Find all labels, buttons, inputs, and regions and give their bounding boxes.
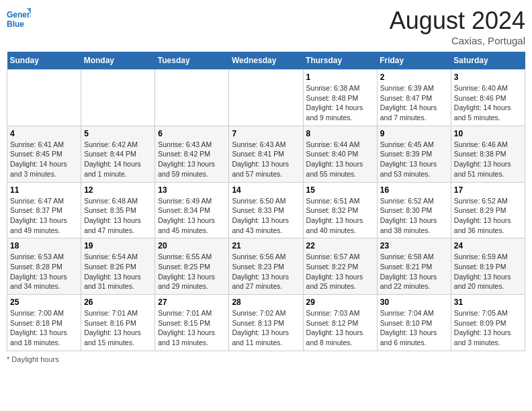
day-info: Sunrise: 7:01 AMSunset: 8:15 PMDaylight:… <box>158 308 226 348</box>
day-number: 9 <box>380 129 448 138</box>
calendar-cell: 26Sunrise: 7:01 AMSunset: 8:16 PMDayligh… <box>81 295 155 351</box>
day-info: Sunrise: 6:55 AMSunset: 8:25 PMDaylight:… <box>158 252 226 291</box>
day-info: Sunrise: 6:44 AMSunset: 8:40 PMDaylight:… <box>306 140 374 179</box>
svg-text:General: General <box>7 10 31 19</box>
calendar-cell: 24Sunrise: 6:59 AMSunset: 8:19 PMDayligh… <box>451 238 525 295</box>
day-number: 14 <box>232 185 300 195</box>
day-info: Sunrise: 6:40 AMSunset: 8:46 PMDaylight:… <box>454 83 522 123</box>
day-number: 1 <box>306 73 374 82</box>
calendar-cell: 12Sunrise: 6:48 AMSunset: 8:35 PMDayligh… <box>81 182 155 238</box>
calendar-cell: 20Sunrise: 6:55 AMSunset: 8:25 PMDayligh… <box>155 238 229 295</box>
calendar-cell: 3Sunrise: 6:40 AMSunset: 8:46 PMDaylight… <box>451 70 525 126</box>
calendar-cell: 15Sunrise: 6:51 AMSunset: 8:32 PMDayligh… <box>303 182 377 238</box>
calendar-cell <box>7 70 81 126</box>
calendar-cell: 30Sunrise: 7:04 AMSunset: 8:10 PMDayligh… <box>377 295 451 351</box>
day-info: Sunrise: 7:00 AMSunset: 8:18 PMDaylight:… <box>10 308 78 348</box>
day-number: 5 <box>84 129 152 138</box>
month-year: August 2024 <box>390 7 525 35</box>
calendar-cell: 25Sunrise: 7:00 AMSunset: 8:18 PMDayligh… <box>7 295 81 351</box>
calendar-cell: 29Sunrise: 7:03 AMSunset: 8:12 PMDayligh… <box>303 295 377 351</box>
day-number: 20 <box>158 241 226 250</box>
calendar-cell: 28Sunrise: 7:02 AMSunset: 8:13 PMDayligh… <box>229 295 303 351</box>
day-number: 22 <box>306 241 374 250</box>
footer-text: Daylight hours <box>11 355 58 363</box>
calendar-cell: 4Sunrise: 6:41 AMSunset: 8:45 PMDaylight… <box>7 126 81 182</box>
day-info: Sunrise: 6:58 AMSunset: 8:21 PMDaylight:… <box>380 252 448 291</box>
day-number: 24 <box>454 241 522 250</box>
day-number: 2 <box>380 73 448 82</box>
calendar-cell <box>229 70 303 126</box>
dow-header-cell: Thursday <box>303 52 377 70</box>
calendar-week-row: 1Sunrise: 6:38 AMSunset: 8:48 PMDaylight… <box>7 70 525 126</box>
day-info: Sunrise: 6:45 AMSunset: 8:39 PMDaylight:… <box>380 140 448 179</box>
day-number: 31 <box>454 298 522 307</box>
day-number: 18 <box>10 241 78 250</box>
dow-header-cell: Friday <box>377 52 451 70</box>
calendar-table: SundayMondayTuesdayWednesdayThursdayFrid… <box>7 52 525 351</box>
day-info: Sunrise: 7:05 AMSunset: 8:09 PMDaylight:… <box>454 308 522 348</box>
day-info: Sunrise: 6:56 AMSunset: 8:23 PMDaylight:… <box>232 252 300 291</box>
logo-icon: General Blue <box>7 7 31 31</box>
day-info: Sunrise: 6:38 AMSunset: 8:48 PMDaylight:… <box>306 83 374 123</box>
calendar-cell: 11Sunrise: 6:47 AMSunset: 8:37 PMDayligh… <box>7 182 81 238</box>
day-info: Sunrise: 6:43 AMSunset: 8:41 PMDaylight:… <box>232 140 300 179</box>
calendar-week-row: 4Sunrise: 6:41 AMSunset: 8:45 PMDaylight… <box>7 126 525 182</box>
day-number: 30 <box>380 298 448 307</box>
calendar-cell: 6Sunrise: 6:43 AMSunset: 8:42 PMDaylight… <box>155 126 229 182</box>
day-number: 29 <box>306 298 374 307</box>
day-number: 21 <box>232 241 300 250</box>
footer-note: * Daylight hours <box>7 355 525 363</box>
calendar-cell: 9Sunrise: 6:45 AMSunset: 8:39 PMDaylight… <box>377 126 451 182</box>
day-info: Sunrise: 7:01 AMSunset: 8:16 PMDaylight:… <box>84 308 152 348</box>
day-info: Sunrise: 6:52 AMSunset: 8:30 PMDaylight:… <box>380 196 448 236</box>
calendar-cell <box>81 70 155 126</box>
day-number: 23 <box>380 241 448 250</box>
calendar-cell: 27Sunrise: 7:01 AMSunset: 8:15 PMDayligh… <box>155 295 229 351</box>
dow-header-cell: Sunday <box>7 52 81 70</box>
days-of-week-row: SundayMondayTuesdayWednesdayThursdayFrid… <box>7 52 525 70</box>
day-number: 12 <box>84 185 152 195</box>
day-info: Sunrise: 6:43 AMSunset: 8:42 PMDaylight:… <box>158 140 226 179</box>
calendar-cell: 8Sunrise: 6:44 AMSunset: 8:40 PMDaylight… <box>303 126 377 182</box>
day-number: 16 <box>380 185 448 195</box>
day-number: 11 <box>10 185 78 195</box>
calendar-cell: 5Sunrise: 6:42 AMSunset: 8:44 PMDaylight… <box>81 126 155 182</box>
calendar-cell <box>155 70 229 126</box>
day-info: Sunrise: 6:39 AMSunset: 8:47 PMDaylight:… <box>380 83 448 123</box>
calendar-week-row: 25Sunrise: 7:00 AMSunset: 8:18 PMDayligh… <box>7 295 525 351</box>
dow-header-cell: Monday <box>81 52 155 70</box>
calendar-week-row: 18Sunrise: 6:53 AMSunset: 8:28 PMDayligh… <box>7 238 525 295</box>
logo: General Blue <box>7 7 31 31</box>
day-info: Sunrise: 6:42 AMSunset: 8:44 PMDaylight:… <box>84 140 152 179</box>
day-number: 8 <box>306 129 374 138</box>
day-info: Sunrise: 6:53 AMSunset: 8:28 PMDaylight:… <box>10 252 78 291</box>
calendar-cell: 21Sunrise: 6:56 AMSunset: 8:23 PMDayligh… <box>229 238 303 295</box>
calendar-cell: 13Sunrise: 6:49 AMSunset: 8:34 PMDayligh… <box>155 182 229 238</box>
location: Caxias, Portugal <box>390 35 525 46</box>
day-number: 4 <box>10 129 78 138</box>
day-info: Sunrise: 6:41 AMSunset: 8:45 PMDaylight:… <box>10 140 78 179</box>
day-number: 27 <box>158 298 226 307</box>
svg-text:Blue: Blue <box>7 19 24 29</box>
dow-header-cell: Wednesday <box>229 52 303 70</box>
title-block: August 2024 Caxias, Portugal <box>390 7 525 46</box>
calendar-cell: 31Sunrise: 7:05 AMSunset: 8:09 PMDayligh… <box>451 295 525 351</box>
day-info: Sunrise: 6:49 AMSunset: 8:34 PMDaylight:… <box>158 196 226 236</box>
calendar-cell: 2Sunrise: 6:39 AMSunset: 8:47 PMDaylight… <box>377 70 451 126</box>
day-info: Sunrise: 7:04 AMSunset: 8:10 PMDaylight:… <box>380 308 448 348</box>
calendar-cell: 18Sunrise: 6:53 AMSunset: 8:28 PMDayligh… <box>7 238 81 295</box>
day-info: Sunrise: 6:50 AMSunset: 8:33 PMDaylight:… <box>232 196 300 236</box>
day-number: 25 <box>10 298 78 307</box>
day-number: 26 <box>84 298 152 307</box>
calendar-cell: 22Sunrise: 6:57 AMSunset: 8:22 PMDayligh… <box>303 238 377 295</box>
day-number: 3 <box>454 73 522 82</box>
dow-header-cell: Saturday <box>451 52 525 70</box>
day-info: Sunrise: 7:03 AMSunset: 8:12 PMDaylight:… <box>306 308 374 348</box>
calendar-cell: 17Sunrise: 6:52 AMSunset: 8:29 PMDayligh… <box>451 182 525 238</box>
day-number: 13 <box>158 185 226 195</box>
calendar-body: 1Sunrise: 6:38 AMSunset: 8:48 PMDaylight… <box>7 70 525 351</box>
day-number: 7 <box>232 129 300 138</box>
calendar-cell: 7Sunrise: 6:43 AMSunset: 8:41 PMDaylight… <box>229 126 303 182</box>
page-header: General Blue August 2024 Caxias, Portuga… <box>7 7 525 46</box>
calendar-cell: 10Sunrise: 6:46 AMSunset: 8:38 PMDayligh… <box>451 126 525 182</box>
